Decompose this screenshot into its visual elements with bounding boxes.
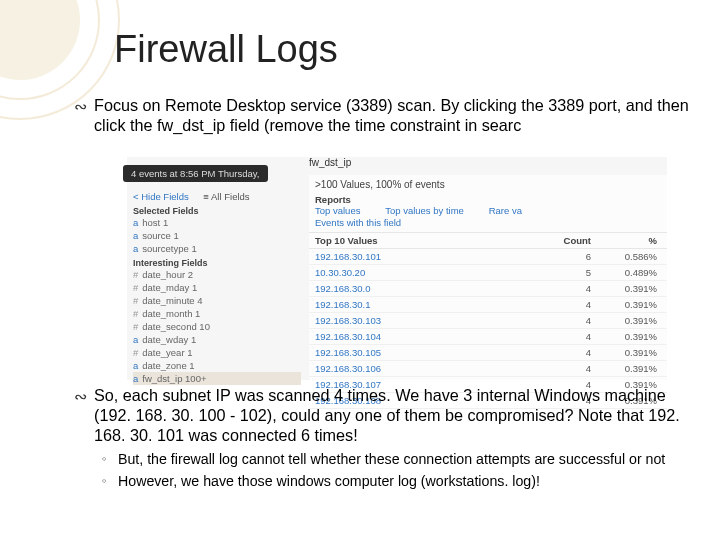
- sub-bullet-2: ◦ However, we have those windows compute…: [102, 473, 692, 491]
- table-row[interactable]: 192.168.30.10340.391%: [309, 313, 667, 329]
- values-summary: >100 Values, 100% of events: [309, 175, 667, 192]
- bullet-2: ∾ So, each subnet IP was scanned 4 times…: [74, 386, 692, 445]
- events-with-field-link[interactable]: Events with this field: [315, 217, 401, 228]
- interesting-fields-label: Interesting Fields: [133, 258, 301, 268]
- embedded-screenshot: fw_dst_ip 4 events at 8:56 PM Thursday, …: [127, 157, 667, 380]
- table-row[interactable]: 192.168.30.10440.391%: [309, 329, 667, 345]
- top-values-time-link[interactable]: Top values by time: [385, 205, 464, 216]
- sidebar-field[interactable]: asourcetype 1: [133, 242, 301, 255]
- bullet-glyph-icon: ∾: [74, 386, 94, 445]
- table-row[interactable]: 10.30.30.2050.489%: [309, 265, 667, 281]
- col-values: Top 10 Values: [309, 233, 537, 249]
- sub-bullet-2-text: However, we have those windows computer …: [118, 473, 692, 491]
- sidebar-field[interactable]: #date_hour 2: [133, 268, 301, 281]
- slide-title: Firewall Logs: [114, 28, 338, 71]
- sub-bullet-1: ◦ But, the firewall log cannot tell whet…: [102, 451, 692, 469]
- rare-values-link[interactable]: Rare va: [489, 205, 522, 216]
- sidebar-field[interactable]: #date_minute 4: [133, 294, 301, 307]
- table-row[interactable]: 192.168.30.040.391%: [309, 281, 667, 297]
- field-detail-pane: >100 Values, 100% of events Reports Top …: [309, 175, 667, 380]
- top-values-table: Top 10 Values Count % 192.168.30.10160.5…: [309, 232, 667, 409]
- sidebar-field[interactable]: adate_zone 1: [133, 359, 301, 372]
- table-row[interactable]: 192.168.30.10540.391%: [309, 345, 667, 361]
- sidebar-field[interactable]: afw_dst_ip 100+: [133, 372, 301, 385]
- reports-header: Reports: [315, 194, 661, 205]
- table-row[interactable]: 192.168.30.10640.391%: [309, 361, 667, 377]
- reports-section: Reports Top values Top values by time Ra…: [309, 192, 667, 232]
- event-count-bubble: 4 events at 8:56 PM Thursday,: [123, 165, 268, 182]
- sub-bullet-glyph-icon: ◦: [102, 451, 118, 469]
- sidebar-field[interactable]: asource 1: [133, 229, 301, 242]
- top-values-link[interactable]: Top values: [315, 205, 360, 216]
- bullet-1-text: Focus on Remote Desktop service (3389) s…: [94, 96, 692, 136]
- col-count: Count: [537, 233, 597, 249]
- fields-sidebar: < Hide Fields ≡ All Fields Selected Fiel…: [127, 187, 307, 380]
- sub-bullet-1-text: But, the firewall log cannot tell whethe…: [118, 451, 692, 469]
- sidebar-field[interactable]: #date_year 1: [133, 346, 301, 359]
- table-row[interactable]: 192.168.30.10160.586%: [309, 249, 667, 265]
- bullet-glyph-icon: ∾: [74, 96, 94, 136]
- bullet-1: ∾ Focus on Remote Desktop service (3389)…: [74, 96, 692, 136]
- sidebar-field[interactable]: #date_second 10: [133, 320, 301, 333]
- sub-bullet-glyph-icon: ◦: [102, 473, 118, 491]
- col-pct: %: [597, 233, 667, 249]
- selected-fields-label: Selected Fields: [133, 206, 301, 216]
- field-header: fw_dst_ip: [309, 157, 667, 173]
- sidebar-field[interactable]: ahost 1: [133, 216, 301, 229]
- sidebar-field[interactable]: #date_mday 1: [133, 281, 301, 294]
- hide-fields-link[interactable]: < Hide Fields: [133, 191, 189, 202]
- all-fields-link[interactable]: ≡ All Fields: [203, 191, 249, 202]
- bullet-2-text: So, each subnet IP was scanned 4 times. …: [94, 386, 692, 445]
- table-row[interactable]: 192.168.30.140.391%: [309, 297, 667, 313]
- sidebar-field[interactable]: #date_month 1: [133, 307, 301, 320]
- sidebar-field[interactable]: adate_wday 1: [133, 333, 301, 346]
